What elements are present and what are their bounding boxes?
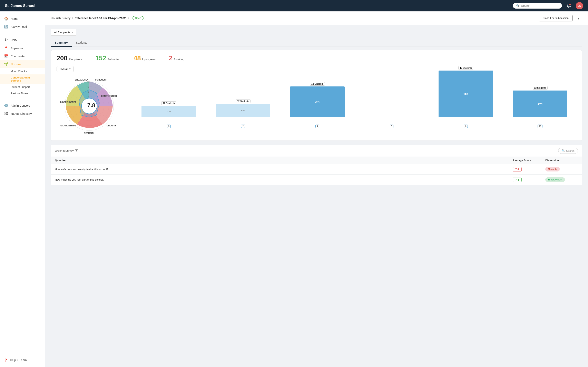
sidebar-item-supervise[interactable]: 📍 Supervise — [0, 44, 45, 52]
bar-tooltip-0: 12 Students — [161, 101, 176, 105]
admin-icon: ⚙️ — [4, 104, 8, 108]
order-label: Order In Survey — [55, 149, 78, 153]
sidebar-label-nurture: Nurture — [11, 63, 21, 66]
bar-chart-container: 12 Students 10% 12 Students 12% — [132, 66, 576, 128]
page-header: Flourish Survey / Reference label 9.00 a… — [45, 11, 588, 25]
questions-section: Order In Survey 🔍 Search Question — [51, 145, 582, 185]
tab-summary[interactable]: Summary — [51, 39, 72, 47]
inprogress-label: Inprogress — [142, 58, 156, 61]
question-search[interactable]: 🔍 Search — [558, 148, 578, 154]
radar-filter: Overall ▾ — [57, 66, 126, 72]
x-axis: 0 2 4 6 8 — [132, 123, 576, 128]
chart-section: Overall ▾ — [57, 66, 576, 136]
sidebar-sub-pastoral-notes[interactable]: Pastoral Notes — [0, 90, 45, 96]
radar-filter-button[interactable]: Overall ▾ — [57, 66, 74, 72]
sidebar-label-supervise: Supervise — [11, 47, 23, 50]
page-body: All Recipients ▾ Summary Students 200 — [45, 25, 588, 189]
dimension-cell-1: Engagement — [545, 177, 578, 182]
more-options-button[interactable]: ⋮ — [575, 15, 582, 21]
svg-text:CONTRIBUTION: CONTRIBUTION — [101, 95, 117, 97]
sidebar: 🏠 Home 🔄 Activity Feed Unify 📍 Supervise… — [0, 11, 45, 367]
sidebar-label-admin: Admin Console — [11, 104, 30, 107]
bar-tooltip-8: 12 Students — [458, 66, 473, 70]
svg-text:ENGAGEMENT: ENGAGEMENT — [75, 79, 90, 81]
sidebar-label-appdirectory: 88 App Directory — [11, 112, 32, 115]
sidebar-item-home[interactable]: 🏠 Home — [0, 15, 45, 23]
x-tick-4: 4 — [281, 123, 354, 128]
search-bar[interactable]: 🔍 Search — [513, 3, 562, 8]
stat-inprogress: 48 Inprogress — [134, 54, 162, 62]
nurture-icon: 🌱 — [4, 62, 8, 66]
question-text-1: How much do you feel part of this school… — [55, 178, 513, 181]
sidebar-item-coordinate[interactable]: 📅 Coordinate — [0, 52, 45, 60]
bar-2: 12% — [216, 104, 270, 117]
sidebar-item-unify[interactable]: Unify — [0, 36, 45, 44]
sidebar-sub-conv-surveys[interactable]: Conversational Surveys — [0, 75, 45, 84]
bar-group-2: 12 Students 12% — [207, 66, 279, 117]
sidebar-label-coordinate: Coordinate — [11, 55, 25, 58]
x-tick-10: 10 — [504, 123, 576, 128]
conv-surveys-label: Conversational Surveys — [11, 76, 30, 82]
radar-center-score: 7.8 — [87, 102, 95, 109]
dimension-cell-0: Security — [545, 167, 578, 171]
inprogress-count: 48 — [134, 54, 141, 62]
top-navigation: St. James School 🔍 Search JS — [0, 0, 588, 11]
sidebar-item-admin[interactable]: ⚙️ Admin Console — [0, 101, 45, 109]
svg-rect-4 — [7, 114, 8, 115]
nav-actions: JS — [565, 2, 583, 9]
svg-text:4: 4 — [88, 96, 89, 98]
table-row: How much do you feel part of this school… — [51, 175, 582, 185]
svg-text:INDEPENDENCE: INDEPENDENCE — [60, 101, 77, 103]
col-question: Question — [55, 159, 513, 162]
breadcrumb: Flourish Survey / Reference label 9.00 a… — [51, 16, 144, 20]
bar-4: 28% — [290, 86, 345, 117]
home-icon: 🏠 — [4, 17, 8, 21]
help-icon: ❓ — [4, 359, 8, 362]
svg-text:GROWTH: GROWTH — [107, 125, 116, 127]
sidebar-item-activity[interactable]: 🔄 Activity Feed — [0, 23, 45, 31]
app-body: 🏠 Home 🔄 Activity Feed Unify 📍 Supervise… — [0, 11, 588, 367]
coordinate-icon: 📅 — [4, 54, 8, 58]
breadcrumb-parent[interactable]: Flourish Survey — [51, 17, 70, 20]
score-badge-1: 7.4 — [513, 178, 522, 182]
status-badge: Open — [132, 16, 144, 20]
sidebar-item-appdirectory[interactable]: 88 App Directory — [0, 109, 45, 118]
app-title: St. James School — [5, 4, 513, 8]
x-tick-0: 0 — [132, 123, 205, 128]
stat-recipients: 200 Recipients — [57, 54, 89, 62]
sidebar-sub-mood-checks[interactable]: Mood Checks — [0, 68, 45, 75]
col-score: Average Score — [513, 159, 545, 162]
svg-text:RELATIONSHIPS: RELATIONSHIPS — [60, 125, 76, 127]
unify-icon — [4, 38, 8, 42]
sort-icon[interactable] — [75, 149, 78, 153]
svg-rect-2 — [7, 112, 8, 113]
recipients-filter[interactable]: All Recipients ▾ — [51, 29, 76, 36]
search-icon: 🔍 — [516, 4, 520, 7]
sidebar-label-home: Home — [11, 17, 18, 20]
sidebar-sub-student-support[interactable]: Student Support — [0, 84, 45, 90]
stat-submitted: 152 Submitted — [95, 54, 127, 62]
svg-rect-3 — [5, 114, 6, 115]
table-header: Question Average Score Dimension — [51, 157, 582, 164]
close-submission-button[interactable]: Close For Submission — [539, 15, 572, 21]
stats-card: 200 Recipients 152 Submitted 48 Inprogre… — [51, 50, 582, 141]
avatar[interactable]: JS — [576, 2, 583, 9]
bar-pct-2: 12% — [241, 109, 245, 112]
main-content: Flourish Survey / Reference label 9.00 a… — [45, 11, 588, 367]
tab-students[interactable]: Students — [72, 39, 91, 47]
bar-group-8: 12 Students 45% — [430, 66, 502, 117]
tabs: Summary Students — [51, 39, 582, 47]
table-row: How safe do you currently feel at this s… — [51, 164, 582, 175]
notification-icon[interactable] — [565, 2, 572, 9]
help-learn[interactable]: ❓ Help & Learn — [0, 356, 45, 364]
supervise-icon: 📍 — [4, 46, 8, 50]
bar-pct-4: 28% — [315, 100, 320, 103]
chevron-down-icon: ▾ — [71, 31, 73, 34]
breadcrumb-separator: / — [72, 17, 73, 20]
info-icon[interactable]: ℹ — [128, 17, 129, 20]
svg-text:SECURITY: SECURITY — [84, 132, 95, 134]
bar-group-10: 12 Students 24% — [504, 66, 576, 117]
order-label-text: Order In Survey — [55, 149, 74, 152]
sidebar-item-nurture[interactable]: 🌱 Nurture — [0, 60, 45, 68]
recipients-count: 200 — [57, 54, 67, 62]
